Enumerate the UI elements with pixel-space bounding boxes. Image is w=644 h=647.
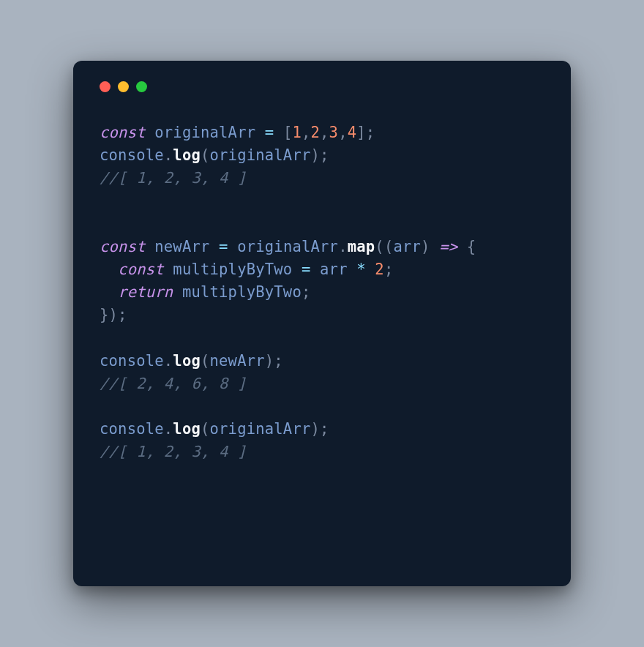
identifier: originalArr [210,420,311,438]
paren-close: ) [311,420,321,438]
identifier: originalArr [154,124,255,141]
identifier-console: console [100,146,164,164]
minimize-icon[interactable] [118,81,129,92]
param: arr [393,238,421,255]
semicolon: ; [118,306,127,324]
identifier-console: console [100,352,164,370]
paren-close: ) [421,238,430,255]
comma: , [320,124,329,141]
code-line: console.log(originalArr); [100,420,329,438]
identifier: originalArr [210,146,311,164]
code-line: const newArr = originalArr.map((arr) => … [100,238,476,255]
code-line: console.log(newArr); [100,352,283,370]
traffic-lights [100,81,544,92]
operator-equals: = [265,124,274,141]
code-line: const originalArr = [1,2,3,4]; [100,124,375,141]
semicolon: ; [366,124,375,141]
code-line: }); [100,306,127,324]
maximize-icon[interactable] [136,81,147,92]
method-map: map [348,238,375,255]
identifier: multiplyByTwo [173,261,292,278]
semicolon: ; [320,146,329,164]
semicolon: ; [274,352,283,370]
number-literal: 3 [329,124,339,141]
semicolon: ; [302,283,311,301]
operator-star: * [356,261,366,278]
keyword-return: return [118,283,173,301]
dot: . [164,352,173,370]
paren-close: ) [109,306,119,324]
code-line: console.log(originalArr); [100,146,329,164]
code-line: const multiplyByTwo = arr * 2; [100,261,393,278]
close-icon[interactable] [100,81,111,92]
comment: //[ 1, 2, 3, 4 ] [100,443,247,460]
code-line: //[ 1, 2, 3, 4 ] [100,443,247,460]
code-line: //[ 2, 4, 6, 8 ] [100,375,247,392]
bracket-close: ] [356,124,366,141]
semicolon: ; [320,420,329,438]
code-block: const originalArr = [1,2,3,4]; console.l… [100,121,544,463]
method-log: log [173,146,201,164]
arrow: => [439,238,457,255]
identifier: arr [320,261,348,278]
comma: , [302,124,311,141]
brace-open: { [467,238,476,255]
keyword-const: const [118,261,164,278]
paren-open: ( [201,352,210,370]
identifier: originalArr [237,238,338,255]
keyword-const: const [100,238,146,255]
identifier: multiplyByTwo [182,283,302,301]
operator-equals: = [302,261,311,278]
method-log: log [173,352,201,370]
dot: . [164,146,173,164]
paren-open: ( [201,420,210,438]
code-line: return multiplyByTwo; [100,283,311,301]
code-line: //[ 1, 2, 3, 4 ] [100,169,247,187]
bracket-open: [ [283,124,293,141]
paren-open: ( [375,238,384,255]
comment: //[ 2, 4, 6, 8 ] [100,375,247,392]
paren-open: ( [201,146,210,164]
brace-close: } [100,306,109,324]
keyword-const: const [100,124,146,141]
identifier: newArr [210,352,265,370]
number-literal: 4 [348,124,357,141]
identifier-console: console [100,420,164,438]
number-literal: 2 [375,261,384,278]
dot: . [164,420,173,438]
semicolon: ; [384,261,394,278]
operator-equals: = [219,238,228,255]
paren-open: ( [384,238,394,255]
paren-close: ) [265,352,274,370]
paren-close: ) [311,146,321,164]
comment: //[ 1, 2, 3, 4 ] [100,169,247,187]
dot: . [338,238,348,255]
comma: , [338,124,348,141]
identifier: newArr [154,238,209,255]
code-window: const originalArr = [1,2,3,4]; console.l… [73,61,571,586]
number-literal: 1 [292,124,302,141]
method-log: log [173,420,201,438]
number-literal: 2 [311,124,321,141]
